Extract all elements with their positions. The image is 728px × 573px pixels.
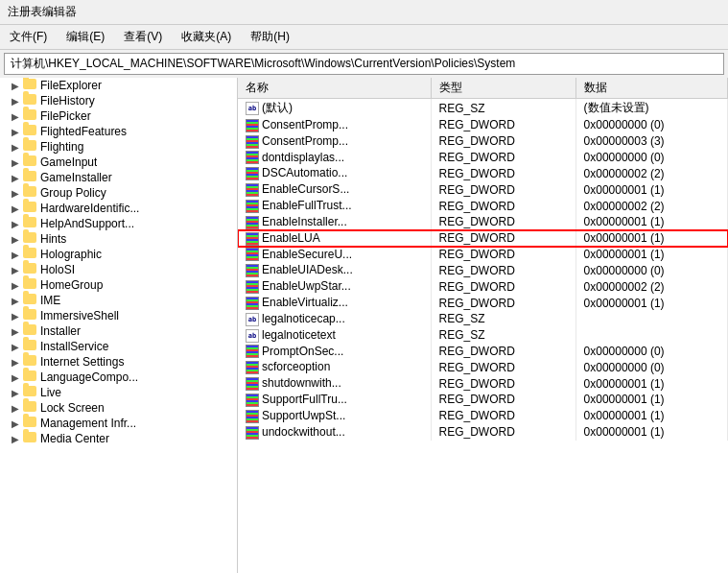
reg-data: 0x00000001 (1) bbox=[575, 214, 727, 230]
tree-item-label: Internet Settings bbox=[40, 355, 124, 369]
tree-item[interactable]: ▶GameInstaller bbox=[0, 170, 237, 185]
registry-table: 名称 类型 数据 ab(默认)REG_SZ(数值未设置)ConsentPromp… bbox=[238, 78, 728, 441]
tree-item[interactable]: ▶Live bbox=[0, 385, 237, 400]
reg-data: 0x00000001 (1) bbox=[575, 392, 727, 408]
registry-panel[interactable]: 名称 类型 数据 ab(默认)REG_SZ(数值未设置)ConsentPromp… bbox=[238, 78, 728, 573]
dword-icon bbox=[246, 410, 259, 423]
tree-arrow-icon: ▶ bbox=[8, 388, 23, 398]
tree-item[interactable]: ▶FlightedFeatures bbox=[0, 124, 237, 139]
reg-name-text: EnableCursorS... bbox=[262, 182, 349, 196]
reg-data: 0x00000001 (1) bbox=[575, 181, 727, 198]
tree-item[interactable]: ▶Internet Settings bbox=[0, 354, 237, 370]
tree-item[interactable]: ▶LanguageCompo... bbox=[0, 370, 237, 385]
table-row[interactable]: EnableUwpStar...REG_DWORD0x00000002 (2) bbox=[238, 278, 728, 295]
tree-item-label: HomeGroup bbox=[40, 278, 103, 292]
table-row[interactable]: undockwithout...REG_DWORD0x00000001 (1) bbox=[238, 424, 728, 441]
folder-icon bbox=[23, 417, 38, 430]
tree-item[interactable]: ▶HardwareIdentific... bbox=[0, 201, 237, 216]
reg-name-text: undockwithout... bbox=[262, 425, 345, 439]
table-row[interactable]: ConsentPromp...REG_DWORD0x00000003 (3) bbox=[238, 133, 728, 150]
sz-icon: ab bbox=[246, 102, 259, 115]
folder-icon bbox=[23, 232, 38, 246]
reg-type: REG_DWORD bbox=[431, 295, 575, 311]
dword-icon bbox=[246, 216, 259, 229]
tree-item-label: FlightedFeatures bbox=[40, 125, 127, 138]
table-row[interactable]: scforceoptionREG_DWORD0x00000000 (0) bbox=[238, 359, 728, 375]
tree-item-label: Hints bbox=[40, 232, 66, 246]
address-bar[interactable]: 计算机\HKEY_LOCAL_MACHINE\SOFTWARE\Microsof… bbox=[4, 53, 724, 75]
reg-name-text: legalnoticecap... bbox=[262, 312, 345, 325]
table-row[interactable]: SupportFullTru...REG_DWORD0x00000001 (1) bbox=[238, 392, 728, 408]
tree-item[interactable]: ▶FileHistory bbox=[0, 93, 237, 108]
tree-item[interactable]: ▶Holographic bbox=[0, 247, 237, 262]
reg-name: PromptOnSec... bbox=[238, 344, 431, 360]
table-row[interactable]: DSCAutomatio...REG_DWORD0x00000002 (2) bbox=[238, 165, 728, 181]
tree-item[interactable]: ▶InstallService bbox=[0, 339, 237, 354]
tree-arrow-icon: ▶ bbox=[8, 311, 23, 322]
table-row[interactable]: SupportUwpSt...REG_DWORD0x00000001 (1) bbox=[238, 408, 728, 424]
tree-arrow-icon: ▶ bbox=[8, 157, 23, 168]
table-row[interactable]: EnableFullTrust...REG_DWORD0x00000002 (2… bbox=[238, 198, 728, 214]
table-row[interactable]: EnableVirtualiz...REG_DWORD0x00000001 (1… bbox=[238, 295, 728, 311]
tree-arrow-icon: ▶ bbox=[8, 234, 23, 245]
reg-type: REG_DWORD bbox=[431, 214, 575, 230]
folder-icon bbox=[23, 79, 38, 92]
tree-panel[interactable]: ▶FileExplorer▶FileHistory▶FilePicker▶Fli… bbox=[0, 78, 238, 573]
tree-item[interactable]: ▶FileExplorer bbox=[0, 78, 237, 93]
menu-item-e[interactable]: 编辑(E) bbox=[60, 27, 110, 47]
reg-name-text: EnableInstaller... bbox=[262, 215, 347, 228]
table-row[interactable]: ablegalnoticecap...REG_SZ bbox=[238, 311, 728, 327]
tree-item[interactable]: ▶HelpAndSupport... bbox=[0, 216, 237, 231]
tree-item[interactable]: ▶HomeGroup bbox=[0, 277, 237, 293]
tree-item-label: Live bbox=[40, 386, 61, 399]
tree-item[interactable]: ▶Hints bbox=[0, 231, 237, 247]
reg-name: undockwithout... bbox=[238, 424, 431, 441]
tree-item[interactable]: ▶Group Policy bbox=[0, 185, 237, 201]
tree-item-label: IME bbox=[40, 294, 60, 307]
dword-icon bbox=[246, 248, 259, 261]
tree-arrow-icon: ▶ bbox=[8, 357, 23, 368]
table-row[interactable]: ab(默认)REG_SZ(数值未设置) bbox=[238, 99, 728, 118]
table-row[interactable]: PromptOnSec...REG_DWORD0x00000000 (0) bbox=[238, 344, 728, 360]
tree-item[interactable]: ▶GameInput bbox=[0, 155, 237, 170]
table-row[interactable]: EnableLUAREG_DWORD0x00000001 (1) bbox=[238, 230, 728, 247]
reg-type: REG_DWORD bbox=[431, 117, 575, 133]
tree-item[interactable]: ▶HoloSI bbox=[0, 262, 237, 277]
table-row[interactable]: ablegalnoticetextREG_SZ bbox=[238, 327, 728, 344]
dword-icon bbox=[246, 297, 259, 310]
tree-item[interactable]: ▶Installer bbox=[0, 323, 237, 339]
tree-item-label: FileHistory bbox=[40, 94, 95, 107]
reg-data: 0x00000002 (2) bbox=[575, 165, 727, 181]
menu-item-h[interactable]: 帮助(H) bbox=[245, 27, 295, 47]
menu-item-f[interactable]: 文件(F) bbox=[4, 27, 53, 47]
tree-item[interactable]: ▶Media Center bbox=[0, 431, 237, 446]
table-row[interactable]: EnableSecureU...REG_DWORD0x00000001 (1) bbox=[238, 247, 728, 263]
tree-item[interactable]: ▶Management Infr... bbox=[0, 416, 237, 431]
table-row[interactable]: ConsentPromp...REG_DWORD0x00000000 (0) bbox=[238, 117, 728, 133]
dword-icon bbox=[246, 119, 259, 132]
folder-icon bbox=[23, 94, 38, 107]
folder-icon bbox=[23, 309, 38, 322]
table-row[interactable]: EnableInstaller...REG_DWORD0x00000001 (1… bbox=[238, 214, 728, 230]
tree-item[interactable]: ▶Lock Screen bbox=[0, 400, 237, 416]
menu-item-a[interactable]: 收藏夹(A) bbox=[176, 27, 237, 47]
menu-item-v[interactable]: 查看(V) bbox=[118, 27, 168, 47]
reg-type: REG_DWORD bbox=[431, 247, 575, 263]
reg-name-text: SupportFullTru... bbox=[262, 393, 347, 406]
tree-item[interactable]: ▶ImmersiveShell bbox=[0, 308, 237, 323]
tree-item[interactable]: ▶IME bbox=[0, 293, 237, 308]
table-row[interactable]: EnableUIADesk...REG_DWORD0x00000000 (0) bbox=[238, 262, 728, 278]
sz-icon: ab bbox=[246, 329, 259, 343]
table-row[interactable]: shutdownwith...REG_DWORD0x00000001 (1) bbox=[238, 375, 728, 392]
tree-item-label: Management Infr... bbox=[40, 417, 136, 430]
reg-type: REG_DWORD bbox=[431, 198, 575, 214]
tree-item[interactable]: ▶Flighting bbox=[0, 139, 237, 155]
table-row[interactable]: dontdisplaylas...REG_DWORD0x00000000 (0) bbox=[238, 150, 728, 166]
tree-arrow-icon: ▶ bbox=[8, 203, 23, 214]
tree-item[interactable]: ▶FilePicker bbox=[0, 108, 237, 124]
reg-data: 0x00000002 (2) bbox=[575, 198, 727, 214]
col-name: 名称 bbox=[238, 78, 431, 99]
reg-type: REG_DWORD bbox=[431, 150, 575, 166]
table-row[interactable]: EnableCursorS...REG_DWORD0x00000001 (1) bbox=[238, 181, 728, 198]
dword-icon bbox=[246, 377, 259, 391]
